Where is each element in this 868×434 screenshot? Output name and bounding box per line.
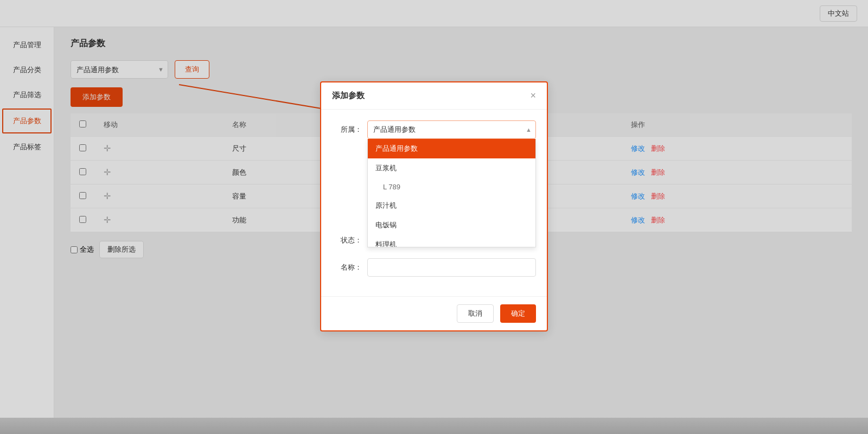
category-label: 所属： [332, 120, 362, 139]
category-select-display[interactable]: 产品通用参数 [367, 120, 536, 139]
dropdown-item-3[interactable]: 原汁机 [368, 196, 535, 215]
name-control [367, 258, 536, 277]
dropdown-item-2[interactable]: L 789 [368, 178, 535, 196]
category-control: 产品通用参数 ▲ 产品通用参数 豆浆机 L 789 原汁机 电饭锅 料理机 [367, 120, 536, 139]
name-label: 名称： [332, 258, 362, 277]
dropdown-item-4[interactable]: 电饭锅 [368, 215, 535, 235]
modal-title: 添加参数 [332, 91, 365, 101]
cancel-button[interactable]: 取消 [457, 304, 494, 323]
modal-header: 添加参数 × [321, 82, 547, 110]
modal-body: 所属： 产品通用参数 ▲ 产品通用参数 豆浆机 L 789 原汁机 电饭锅 料理… [321, 110, 547, 296]
name-input[interactable] [367, 258, 536, 277]
form-row-name: 名称： [332, 258, 536, 277]
modal-footer: 取消 确定 [321, 296, 547, 330]
modal-overlay: 添加参数 × 所属： 产品通用参数 ▲ 产品通用参数 豆浆机 L 789 [0, 0, 868, 434]
modal-close-button[interactable]: × [530, 90, 536, 101]
status-label: 状态： [332, 231, 362, 250]
category-select-value: 产品通用参数 [373, 125, 416, 135]
dropdown-item-0[interactable]: 产品通用参数 [368, 139, 535, 158]
form-row-category: 所属： 产品通用参数 ▲ 产品通用参数 豆浆机 L 789 原汁机 电饭锅 料理… [332, 120, 536, 139]
dropdown-item-5[interactable]: 料理机 [368, 235, 535, 247]
dropdown-item-1[interactable]: 豆浆机 [368, 158, 535, 178]
category-dropdown-list: 产品通用参数 豆浆机 L 789 原汁机 电饭锅 料理机 [367, 139, 536, 247]
add-param-modal: 添加参数 × 所属： 产品通用参数 ▲ 产品通用参数 豆浆机 L 789 [320, 81, 548, 331]
confirm-button[interactable]: 确定 [500, 304, 536, 323]
